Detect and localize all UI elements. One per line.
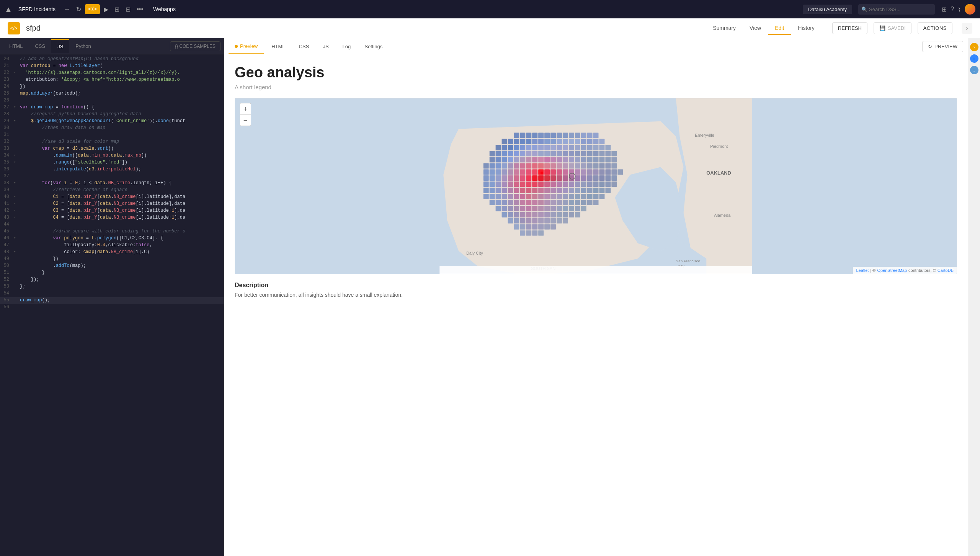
code-line-51: 51 } (0, 270, 224, 276)
svg-rect-245 (575, 200, 580, 205)
zoom-out-button[interactable]: − (240, 114, 251, 126)
svg-rect-28 (532, 139, 537, 144)
zoom-in-button[interactable]: + (240, 103, 251, 114)
preview-tab-js[interactable]: JS (317, 40, 335, 53)
svg-rect-21 (587, 133, 593, 138)
apps-icon[interactable]: ⊞ (942, 6, 947, 13)
saved-button[interactable]: 💾 SAVED! (874, 22, 911, 34)
leaflet-link[interactable]: Leaflet (856, 268, 869, 273)
svg-rect-14 (544, 133, 550, 138)
nav-grid-icon[interactable]: ⊞ (112, 4, 122, 15)
map-controls: + − (240, 103, 251, 126)
svg-rect-122 (611, 163, 617, 168)
tab-js[interactable]: JS (51, 39, 69, 53)
code-line-38: 38 ▾ for(var i = 0; i < data.NB_crime.le… (0, 180, 224, 187)
webapp-icon: </> (8, 22, 20, 34)
map-container[interactable]: + − Emer (235, 98, 957, 274)
nav-arrow-icon[interactable]: → (62, 4, 72, 14)
activity-icon[interactable]: ⌇ (958, 6, 961, 13)
code-samples-button[interactable]: {} CODE SAMPLES (170, 41, 220, 51)
svg-rect-181 (563, 182, 568, 187)
preview-tab-html[interactable]: HTML (265, 40, 291, 53)
openstreetmap-link[interactable]: OpenStreetMap (877, 268, 907, 273)
actions-button[interactable]: ACTIONS (918, 22, 952, 34)
code-line-31: 31 (0, 132, 224, 139)
code-line-23: 23 attribution: '&copy; <a href="http://… (0, 77, 224, 83)
svg-rect-272 (550, 212, 556, 217)
svg-rect-222 (550, 194, 556, 199)
academy-button[interactable]: Dataiku Academy (803, 5, 852, 14)
svg-rect-134 (550, 169, 556, 175)
avatar[interactable] (965, 4, 975, 15)
svg-rect-117 (581, 163, 586, 168)
tab-html[interactable]: HTML (3, 39, 29, 53)
svg-rect-265 (508, 212, 513, 217)
svg-rect-64 (520, 151, 525, 156)
svg-rect-94 (575, 157, 580, 162)
side-indicator-blue[interactable]: i (970, 54, 978, 63)
svg-rect-162 (581, 175, 586, 181)
svg-rect-108 (526, 163, 531, 168)
svg-rect-142 (599, 169, 604, 175)
search-input[interactable] (858, 4, 935, 15)
cartodb-link[interactable]: CartoDB (938, 268, 954, 273)
svg-rect-254 (526, 206, 531, 211)
code-line-49: 49 }) (0, 256, 224, 263)
code-line-28: 28 //request python backend aggregated d… (0, 111, 224, 118)
svg-rect-300 (439, 266, 752, 274)
tab-summary[interactable]: Summary (706, 22, 743, 35)
code-line-40: 40 ▾ C1 = [data.bin_Y[data.NB_crime[i].l… (0, 194, 224, 201)
code-line-43: 43 ▾ C4 = [data.bin_Y[data.NB_crime[i].l… (0, 214, 224, 221)
side-panel-toggle[interactable]: › (962, 23, 972, 34)
svg-rect-158 (557, 175, 562, 181)
code-line-36: 36 .interpolate(d3.interpolateHcl); (0, 166, 224, 173)
side-indicator-orange[interactable]: › (970, 43, 978, 51)
svg-rect-86 (526, 157, 531, 162)
svg-rect-38 (593, 139, 599, 144)
nav-more-icon[interactable]: ••• (134, 4, 145, 14)
preview-tab-css[interactable]: CSS (293, 40, 315, 53)
svg-rect-227 (581, 194, 586, 199)
svg-rect-69 (550, 151, 556, 156)
svg-rect-113 (557, 163, 562, 168)
webapps-label[interactable]: Webapps (153, 6, 176, 12)
svg-rect-33 (563, 139, 568, 144)
svg-rect-275 (569, 212, 574, 217)
svg-rect-54 (581, 145, 586, 150)
nav-code-icon[interactable]: </> (85, 4, 100, 14)
svg-rect-130 (526, 169, 531, 175)
svg-rect-81 (496, 157, 501, 162)
preview-tab-settings[interactable]: Settings (358, 40, 389, 53)
svg-rect-213 (496, 194, 501, 199)
help-icon[interactable]: ? (951, 6, 954, 13)
svg-rect-96 (587, 157, 593, 162)
tab-python[interactable]: Python (69, 39, 97, 53)
svg-rect-75 (587, 151, 593, 156)
preview-tab-log[interactable]: Log (336, 40, 357, 53)
svg-rect-118 (587, 163, 593, 168)
tab-view[interactable]: View (743, 22, 768, 35)
svg-rect-176 (532, 182, 537, 187)
svg-rect-208 (593, 188, 599, 193)
svg-rect-286 (563, 218, 568, 224)
nav-refresh-icon[interactable]: ↻ (74, 4, 83, 15)
nav-table-icon[interactable]: ⊟ (123, 4, 133, 15)
svg-rect-218 (526, 194, 531, 199)
tab-css[interactable]: CSS (29, 39, 51, 53)
code-line-29: 29 ▾ $.getJSON(getWebAppBackendUrl('Coun… (0, 118, 224, 125)
side-indicator-blue2[interactable]: ↓ (970, 66, 978, 74)
code-editor[interactable]: 20 // Add an OpenStreetMap(C) based back… (0, 54, 224, 556)
svg-rect-155 (538, 175, 544, 181)
svg-rect-299 (541, 172, 543, 174)
preview-tab-preview[interactable]: Preview (229, 39, 264, 54)
nav-play-icon[interactable]: ▶ (101, 4, 111, 15)
project-name[interactable]: SFPD Incidents (18, 6, 56, 12)
svg-text:OAKLAND: OAKLAND (706, 170, 731, 176)
svg-rect-171 (502, 182, 507, 187)
tab-edit[interactable]: Edit (768, 22, 791, 35)
refresh-button[interactable]: REFRESH (832, 22, 867, 34)
preview-button[interactable]: ↻ PREVIEW (922, 41, 963, 52)
tab-history[interactable]: History (791, 22, 822, 35)
svg-rect-68 (544, 151, 550, 156)
svg-rect-224 (563, 194, 568, 199)
